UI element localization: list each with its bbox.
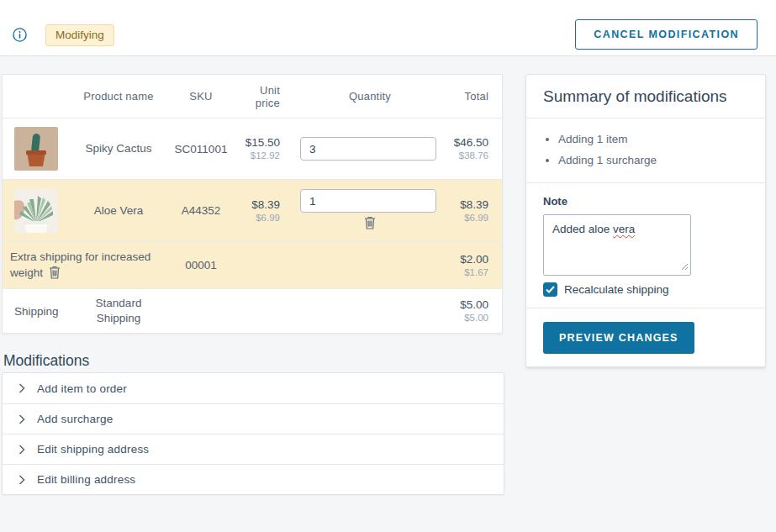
quantity-input[interactable] (300, 189, 436, 213)
total-price-original: $1.67 (450, 266, 488, 279)
recalculate-shipping-option[interactable]: Recalculate shipping (543, 282, 748, 297)
accordion-item-label: Edit billing address (37, 473, 135, 486)
total-cell: $8.39 $6.99 (450, 198, 502, 224)
header-sku: SKU (159, 90, 243, 103)
chevron-right-icon (18, 475, 25, 485)
summary-list: Adding 1 item Adding 1 surcharge (526, 119, 765, 183)
preview-changes-button[interactable]: PREVIEW CHANGES (543, 322, 694, 354)
table-row: Aloe Vera A44352 $8.39 $6.99 $8.39 (3, 179, 502, 241)
note-text: Added aloe (552, 223, 613, 235)
total-price: $8.39 (450, 198, 488, 212)
surcharge-name: Extra shipping for increased weight (3, 242, 159, 288)
total-price-original: $6.99 (450, 212, 488, 224)
total-cell: $5.00 $5.00 (450, 298, 502, 324)
table-header-row: Product name SKU Unit price Quantity Tot… (3, 75, 502, 118)
product-name: Aloe Vera (78, 203, 159, 219)
product-name: Spiky Cactus (78, 141, 159, 156)
unit-price-original: $12.92 (243, 150, 280, 162)
cancel-modification-button[interactable]: CANCEL MODIFICATION (575, 19, 758, 50)
info-icon[interactable] (13, 28, 27, 42)
chevron-right-icon (18, 383, 25, 393)
total-price-original: $38.76 (450, 150, 488, 162)
total-price-original: $5.00 (450, 312, 488, 324)
summary-item: Adding 1 surcharge (558, 150, 748, 171)
remove-surcharge-trash-icon[interactable] (49, 266, 61, 282)
total-price: $2.00 (450, 252, 488, 266)
summary-item: Adding 1 item (558, 129, 748, 150)
accordion-item-edit-shipping-address[interactable]: Edit shipping address (3, 434, 504, 464)
product-sku: SC011001 (159, 143, 243, 155)
summary-title: Summary of modifications (526, 75, 765, 119)
shipping-row-label: Shipping (3, 305, 78, 318)
note-label: Note (543, 195, 748, 208)
quantity-cell (290, 137, 450, 161)
unit-price-cell: $15.50 $12.92 (243, 135, 290, 162)
accordion-item-add-surcharge[interactable]: Add surcharge (3, 403, 504, 434)
accordion-item-add-item-to-order[interactable]: Add item to order (3, 373, 504, 403)
remove-item-trash-icon[interactable] (364, 216, 376, 232)
note-textarea[interactable]: Added aloe vera (543, 214, 691, 276)
note-misspelled-word: vera (613, 223, 635, 235)
total-cell: $46.50 $38.76 (450, 135, 502, 162)
modifications-accordion: Add item to order Add surcharge Edit shi… (2, 372, 504, 495)
table-row: Shipping Standard Shipping $5.00 $5.00 (3, 288, 502, 333)
unit-price: $8.39 (243, 198, 280, 212)
surcharge-label: Extra shipping for increased weight (10, 250, 150, 279)
modifications-title: Modifications (3, 352, 89, 370)
product-image-spiky-cactus (3, 127, 78, 171)
chevron-right-icon (18, 414, 25, 424)
top-bar: Modifying CANCEL MODIFICATION (0, 0, 776, 56)
accordion-item-edit-billing-address[interactable]: Edit billing address (3, 464, 504, 494)
checkmark-icon (546, 286, 555, 293)
accordion-item-label: Add surcharge (37, 413, 113, 425)
quantity-cell (290, 189, 450, 232)
unit-price-original: $6.99 (243, 212, 280, 224)
accordion-item-label: Edit shipping address (37, 443, 149, 456)
unit-price-cell: $8.39 $6.99 (243, 198, 290, 224)
header-total: Total (450, 90, 502, 103)
recalculate-shipping-checkbox[interactable] (543, 282, 557, 297)
header-product-name: Product name (78, 90, 159, 103)
quantity-input[interactable] (300, 137, 436, 161)
total-cell: $2.00 $1.67 (450, 252, 502, 279)
table-row: Spiky Cactus SC011001 $15.50 $12.92 $46.… (3, 118, 502, 179)
product-image-aloe-vera (3, 189, 78, 233)
surcharge-sku: 00001 (159, 259, 243, 271)
summary-panel: Summary of modifications Adding 1 item A… (525, 74, 766, 367)
order-modification-screen: Modifying CANCEL MODIFICATION Product na… (0, 0, 776, 532)
header-unit-price: Unit price (243, 84, 290, 109)
status-badge: Modifying (45, 24, 114, 46)
table-row: Extra shipping for increased weight 0000… (3, 241, 502, 288)
shipping-method: Standard Shipping (78, 296, 159, 326)
header-quantity: Quantity (290, 90, 450, 103)
product-sku: A44352 (159, 204, 243, 217)
chevron-right-icon (18, 445, 25, 455)
order-items-table: Product name SKU Unit price Quantity Tot… (2, 74, 503, 334)
total-price: $5.00 (450, 298, 488, 312)
unit-price: $15.50 (243, 135, 280, 150)
note-section: Note Added aloe vera Recalculate shippin… (526, 183, 765, 308)
total-price: $46.50 (450, 135, 488, 150)
panel-actions: PREVIEW CHANGES (526, 308, 765, 366)
accordion-item-label: Add item to order (37, 382, 127, 395)
textarea-resize-handle[interactable] (681, 261, 689, 273)
recalculate-shipping-label: Recalculate shipping (564, 283, 669, 296)
